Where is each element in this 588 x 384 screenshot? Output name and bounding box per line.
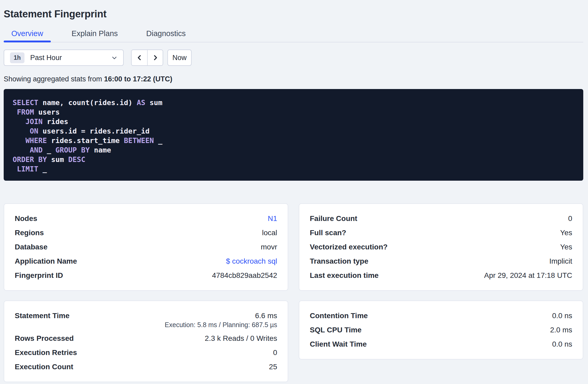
previous-range-button[interactable]: [132, 50, 147, 65]
detail-row-client-wait-time: Client Wait Time 0.0 ns: [310, 337, 572, 351]
tab-overview[interactable]: Overview: [4, 25, 51, 42]
chevron-right-icon: [152, 54, 159, 61]
detail-row-transaction-type: Transaction type Implicit: [310, 254, 572, 268]
sql-line: SELECT name, count(rides.id) AS sum: [13, 98, 575, 107]
now-button[interactable]: Now: [167, 50, 192, 66]
time-nav-group: [131, 50, 163, 66]
statement-time-breakdown: Execution: 5.8 ms / Planning: 687.5 µs: [165, 321, 277, 331]
sql-line: JOIN rides: [13, 117, 575, 126]
detail-row-execution-count: Execution Count 25: [15, 360, 277, 374]
statement-fingerprint-page: Statement Fingerprint Overview Explain P…: [0, 0, 588, 382]
detail-row-rows-processed: Rows Processed 2.3 k Reads / 0 Writes: [15, 331, 277, 346]
sql-line: LIMIT _: [13, 164, 575, 174]
chevron-left-icon: [136, 54, 143, 61]
statement-timing-card: Statement Time 6.6 ms Execution: 5.8 ms …: [4, 301, 288, 382]
sql-line: AND _ GROUP BY name: [13, 145, 575, 155]
sql-line: WHERE rides.start_time BETWEEN _: [13, 136, 575, 145]
cards-grid: Nodes N1 Regions local Database movr App…: [4, 203, 583, 382]
tab-explain-plans[interactable]: Explain Plans: [64, 25, 126, 42]
sql-line: ORDER BY sum DESC: [13, 155, 575, 164]
detail-row-failure-count: Failure Count 0: [310, 211, 572, 226]
application-name-link[interactable]: $ cockroach sql: [226, 257, 277, 265]
tab-diagnostics[interactable]: Diagnostics: [139, 25, 193, 42]
detail-row-sql-cpu-time: SQL CPU Time 2.0 ms: [310, 323, 572, 337]
tab-bar: Overview Explain Plans Diagnostics: [4, 25, 583, 42]
time-toolbar: 1h Past Hour Now: [4, 50, 583, 66]
wait-time-card: Contention Time 0.0 ns SQL CPU Time 2.0 …: [299, 301, 583, 360]
detail-row-statement-time: Statement Time 6.6 ms Execution: 5.8 ms …: [15, 309, 277, 331]
sql-statement-box: SELECT name, count(rides.id) AS sum FROM…: [4, 89, 583, 181]
sql-line: FROM users: [13, 107, 575, 117]
sql-line: ON users.id = rides.rider_id: [13, 126, 575, 136]
detail-row-nodes: Nodes N1: [15, 211, 277, 226]
page-title: Statement Fingerprint: [4, 8, 583, 20]
detail-row-fingerprint-id: Fingerprint ID 4784cb829aab2542: [15, 268, 277, 283]
time-range-badge: 1h: [10, 52, 24, 63]
detail-row-contention-time: Contention Time 0.0 ns: [310, 309, 572, 323]
execution-attributes-card: Failure Count 0 Full scan? Yes Vectorize…: [299, 203, 583, 291]
aggregated-stats-caption: Showing aggregated stats from 16:00 to 1…: [4, 75, 583, 83]
next-range-button[interactable]: [147, 50, 163, 65]
chevron-down-icon: [111, 54, 118, 61]
detail-row-database: Database movr: [15, 240, 277, 254]
detail-row-full-scan: Full scan? Yes: [310, 226, 572, 240]
detail-row-regions: Regions local: [15, 226, 277, 240]
time-range-label: Past Hour: [30, 54, 62, 62]
detail-row-vectorized: Vectorized execution? Yes: [310, 240, 572, 254]
detail-row-execution-retries: Execution Retries 0: [15, 346, 277, 360]
detail-row-application-name: Application Name $ cockroach sql: [15, 254, 277, 268]
nodes-link[interactable]: N1: [268, 214, 277, 223]
detail-row-last-execution-time: Last execution time Apr 29, 2024 at 17:1…: [310, 268, 572, 283]
time-range-dropdown[interactable]: 1h Past Hour: [4, 50, 124, 66]
statement-details-card: Nodes N1 Regions local Database movr App…: [4, 203, 288, 291]
